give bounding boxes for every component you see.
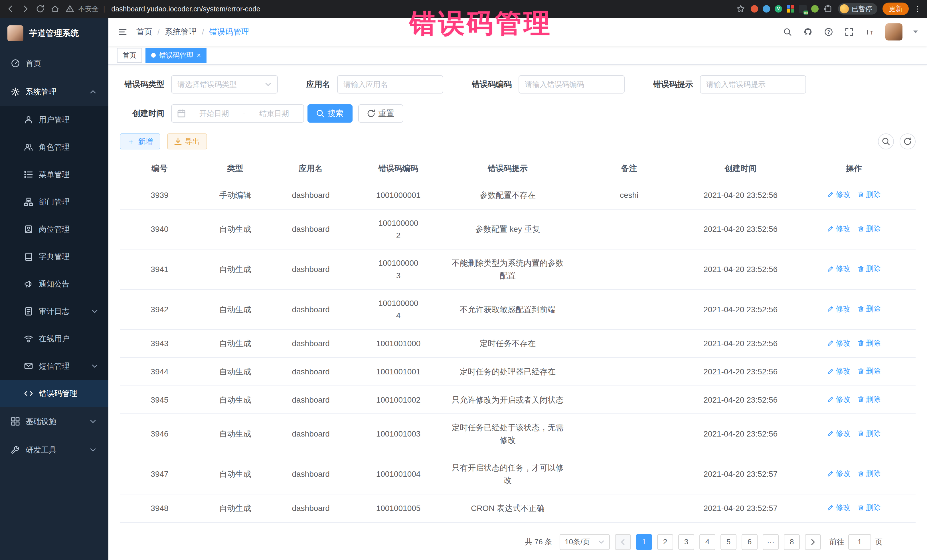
sidebar-item-infra-grid-icon[interactable]: 基础设施 [0,407,108,436]
table-row: 3948自动生成dashboard1001001005CRON 表达式不正确20… [120,494,916,522]
delete-link[interactable]: 删除 [857,223,881,234]
delete-link[interactable]: 删除 [857,428,881,439]
extension-icon[interactable]: on [799,5,807,13]
sidebar-item-menu-list-icon[interactable]: 菜单管理 [0,161,108,188]
edit-link[interactable]: 修改 [827,337,851,349]
sidebar-item-user-icon[interactable]: 用户管理 [0,106,108,134]
plus-icon: ＋ [127,137,135,147]
add-button[interactable]: ＋ 新增 [120,134,160,149]
github-icon[interactable] [803,27,813,37]
bookmark-star-icon[interactable] [736,4,746,14]
tab-active[interactable]: 错误码管理× [146,48,207,63]
edit-link[interactable]: 修改 [827,393,851,405]
page-number-button[interactable]: 2 [657,534,673,550]
breadcrumb-item[interactable]: 错误码管理 [209,27,249,37]
update-button[interactable]: 更新 [883,3,909,15]
edit-link[interactable]: 修改 [827,428,851,439]
cell-code: 1001000004 [351,290,446,329]
sidebar-item-role-icon[interactable]: 角色管理 [0,134,108,161]
security-indicator[interactable]: 不安全 | [65,4,106,14]
edit-link[interactable]: 修改 [827,365,851,377]
cell-code: 1001000002 [351,209,446,249]
delete-link[interactable]: 删除 [857,467,881,479]
table-row: 3941自动生成dashboard1001000003不能删除类型为系统内置的参… [120,249,916,290]
hamburger-icon[interactable] [117,27,128,37]
search-icon [882,138,890,145]
sidebar-item-dict-book-icon[interactable]: 字典管理 [0,243,108,270]
system-submenu: 用户管理角色管理菜单管理部门管理岗位管理字典管理通知公告审计日志在线用户短信管理… [0,106,108,407]
error-code-input[interactable] [525,80,619,89]
edit-link[interactable]: 修改 [827,467,851,479]
extension-icon[interactable]: V [775,5,782,12]
back-icon[interactable] [6,4,15,14]
profile-chip[interactable]: 已暂停 [838,3,877,15]
export-button[interactable]: 导出 [167,134,207,149]
delete-link[interactable]: 删除 [857,365,881,377]
delete-link[interactable]: 删除 [857,189,881,200]
edit-link[interactable]: 修改 [827,502,851,513]
sidebar-item-online-user-icon[interactable]: 在线用户 [0,325,108,352]
error-hint-input[interactable] [706,80,800,89]
tab-item[interactable]: 首页 [117,48,142,63]
home-icon[interactable] [50,4,60,14]
delete-link[interactable]: 删除 [857,337,881,349]
edit-link[interactable]: 修改 [827,223,851,234]
delete-link[interactable]: 删除 [857,263,881,274]
extension-icon[interactable] [787,5,794,12]
app-name-input[interactable] [343,80,437,89]
sidebar-item-tools-icon[interactable]: 研发工具 [0,436,108,464]
page-number-button[interactable]: 1 [636,534,652,550]
delete-link[interactable]: 删除 [857,502,881,513]
sidebar-item-system[interactable]: 系统管理 [0,77,108,106]
prev-page-button[interactable] [615,534,631,550]
breadcrumb-item[interactable]: 系统管理 [165,27,197,37]
search-button[interactable]: 搜索 [307,104,353,123]
reset-button[interactable]: 重置 [358,104,403,123]
page-number-button[interactable]: 5 [720,534,737,550]
goto-page-input[interactable] [848,534,871,550]
page-number-button[interactable]: 6 [742,534,758,550]
page-number-button[interactable]: 8 [784,534,800,550]
help-icon[interactable]: ? [824,27,833,37]
chevron-down-icon[interactable] [913,30,918,33]
extension-icon[interactable] [751,5,758,12]
sidebar-item-notice-megaphone-icon[interactable]: 通知公告 [0,270,108,298]
sidebar-item-label: 菜单管理 [39,169,99,180]
refresh-table-button[interactable] [900,134,916,149]
page-size-select[interactable]: 10条/页 [559,534,610,550]
user-avatar[interactable] [885,23,903,41]
tab-close-icon[interactable]: × [197,52,201,59]
date-range-picker[interactable]: 开始日期 - 结束日期 [171,104,304,123]
page-number-button[interactable]: 3 [678,534,694,550]
fullscreen-icon[interactable] [844,27,854,37]
sidebar-item-post-badge-icon[interactable]: 岗位管理 [0,216,108,243]
browser-menu-icon[interactable]: ⋮ [914,5,921,14]
search-icon[interactable] [783,27,792,37]
cell-app: dashboard [271,386,351,414]
edit-link[interactable]: 修改 [827,189,851,200]
page-number-button[interactable]: 4 [699,534,715,550]
extension-icon[interactable] [763,5,770,12]
error-type-select[interactable]: 请选择错误码类型 [171,75,278,94]
forward-icon[interactable] [21,4,30,14]
toggle-search-button[interactable] [878,134,894,149]
extension-icon[interactable] [811,5,819,12]
sidebar-item-audit-log-icon[interactable]: 审计日志 [0,298,108,325]
page-ellipsis-button[interactable]: ··· [763,534,779,550]
sidebar-item-home[interactable]: 首页 [0,49,108,77]
reload-icon[interactable] [35,4,45,14]
sidebar-item-error-code-icon[interactable]: 错误码管理 [0,380,108,407]
breadcrumb-item[interactable]: 首页 [136,27,152,37]
delete-link[interactable]: 删除 [857,393,881,405]
sidebar-item-sms-message-icon[interactable]: 短信管理 [0,352,108,380]
delete-link[interactable]: 删除 [857,303,881,314]
breadcrumb: 首页/系统管理/错误码管理 [136,27,249,37]
next-page-button[interactable] [805,534,821,550]
sidebar-item-dept-tree-icon[interactable]: 部门管理 [0,188,108,216]
puzzle-extensions-icon[interactable] [823,4,833,14]
cell-message: 不能删除类型为系统内置的参数配置 [446,249,569,290]
edit-link[interactable]: 修改 [827,263,851,274]
font-size-icon[interactable]: TT [865,27,874,37]
edit-link[interactable]: 修改 [827,303,851,314]
address-bar[interactable]: dashboard.yudao.iocoder.cn/system/error-… [111,5,260,13]
